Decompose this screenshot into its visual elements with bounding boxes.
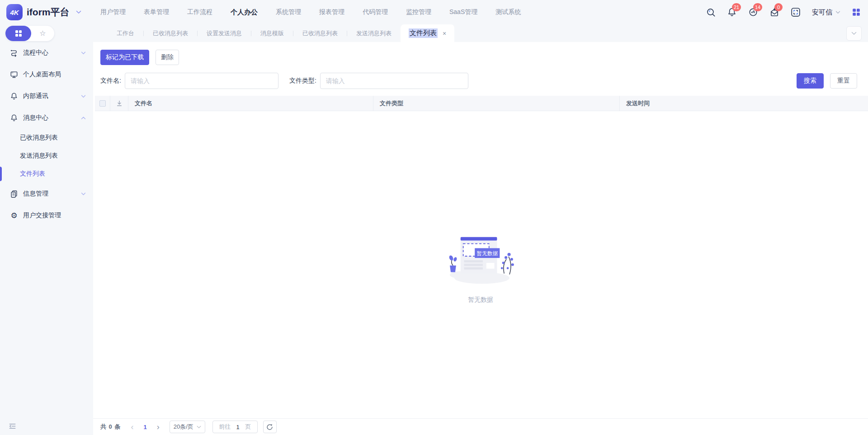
sidebar-mode-switch: ☆ (5, 26, 54, 41)
nav-item-system-mgmt[interactable]: 系统管理 (276, 8, 301, 16)
tab-list-dropdown[interactable] (846, 26, 862, 41)
pagination: 共 0 条 ‹ 1 › 20条/页 前往 页 (93, 418, 868, 435)
fullscreen-icon[interactable] (791, 7, 801, 17)
sidebar-subitem-received-messages[interactable]: 已收消息列表 (0, 129, 93, 147)
file-type-input[interactable] (320, 73, 468, 89)
nav-item-personal-office-active[interactable]: 个人办公 (231, 8, 258, 17)
select-all-checkbox[interactable] (99, 100, 106, 107)
file-type-label: 文件类型: (289, 77, 316, 85)
sidebar-item-label: 已收消息列表 (20, 134, 58, 142)
sidebar-subitem-file-list-active[interactable]: 文件列表 (0, 165, 93, 183)
tab-sent-messages[interactable]: 发送消息列表 (347, 29, 401, 37)
next-page-button[interactable]: › (152, 422, 164, 432)
brand: 4K iform平台 (0, 4, 89, 20)
tab-received-messages[interactable]: 已收消息列表 (144, 29, 197, 37)
goto-label: 前往 (219, 423, 231, 431)
refresh-icon (266, 424, 273, 430)
nav-item-form-mgmt[interactable]: 表单管理 (144, 8, 169, 16)
refresh-button[interactable] (263, 421, 277, 433)
bell-icon (10, 92, 18, 100)
chevron-down-icon (81, 95, 86, 98)
todo-badge: 14 (753, 3, 762, 11)
top-nav: 用户管理 表单管理 工作流程 个人办公 系统管理 报表管理 代码管理 监控管理 … (100, 8, 521, 17)
menu-mode-button[interactable] (5, 26, 31, 41)
current-page[interactable]: 1 (138, 424, 152, 430)
chevron-down-icon (851, 32, 857, 35)
search-button[interactable]: 搜索 (797, 73, 824, 89)
app-logo[interactable]: 4K (6, 4, 23, 20)
sidebar-item-label: 用户交接管理 (23, 211, 61, 220)
sidebar-item-label: 文件列表 (20, 170, 45, 178)
active-tab-label: 文件列表 (409, 28, 438, 38)
tab-file-list-active[interactable]: 文件列表 × (401, 24, 454, 42)
top-header: 4K iform平台 用户管理 表单管理 工作流程 个人办公 系统管理 报表管理… (0, 0, 868, 24)
total-count: 共 0 条 (100, 423, 121, 431)
close-icon[interactable]: × (443, 30, 446, 37)
todo-button[interactable]: 14 (748, 7, 758, 17)
sidebar-item-message-center[interactable]: 消息中心 (0, 107, 93, 129)
sidebar-item-label: 内部通讯 (23, 92, 48, 100)
filter-actions: 搜索 重置 (797, 73, 857, 89)
inbox-badge: 0 (774, 3, 783, 11)
sidebar-item-label: 个人桌面布局 (23, 70, 61, 79)
chevron-down-icon[interactable] (76, 10, 81, 14)
filter-bar: 文件名: 文件类型: 搜索 重置 (93, 73, 868, 89)
nav-item-workflow[interactable]: 工作流程 (187, 8, 212, 16)
chevron-down-icon (81, 51, 86, 55)
page-size-value: 20条/页 (174, 423, 193, 431)
sidebar-item-user-handover[interactable]: ⚙ 用户交接管理 (0, 205, 93, 226)
empty-badge-text: 暂无数据 (476, 250, 498, 257)
nav-item-report-mgmt[interactable]: 报表管理 (319, 8, 344, 16)
inbox-button[interactable]: 0 (769, 7, 779, 17)
nav-item-saas-mgmt[interactable]: SaaS管理 (449, 8, 477, 16)
tab-send-settings[interactable]: 设置发送消息 (198, 29, 251, 37)
username-text: 安可信 (812, 8, 832, 17)
file-name-input[interactable] (125, 73, 278, 89)
download-column-header (110, 96, 128, 111)
sidebar-item-desktop-layout[interactable]: 个人桌面布局 (0, 64, 93, 85)
chevron-up-icon (81, 117, 86, 120)
nav-item-code-mgmt[interactable]: 代码管理 (363, 8, 388, 16)
tab-message-template[interactable]: 消息模版 (251, 29, 293, 37)
goto-page-input[interactable] (232, 424, 243, 430)
column-header-file-type: 文件类型 (373, 96, 620, 111)
mark-downloaded-button[interactable]: 标记为已下载 (100, 50, 149, 65)
grid-icon (15, 30, 22, 37)
sidebar-item-label: 流程中心 (23, 49, 48, 57)
tab-workbench[interactable]: 工作台 (108, 29, 143, 37)
sidebar-item-internal-comms[interactable]: 内部通讯 (0, 85, 93, 107)
delete-button[interactable]: 删除 (156, 50, 179, 65)
sidebar-subitem-sent-messages[interactable]: 发送消息列表 (0, 147, 93, 165)
monitor-icon (10, 70, 18, 79)
goto-suffix: 页 (245, 423, 251, 431)
empty-state: 暂无数据 暂无数据 (93, 231, 868, 304)
gear-icon: ⚙ (10, 211, 18, 220)
favorites-mode-button[interactable]: ☆ (31, 26, 54, 41)
nav-item-user-mgmt[interactable]: 用户管理 (100, 8, 126, 16)
tab-received-messages-2[interactable]: 已收消息列表 (293, 29, 347, 37)
open-tabs: 工作台 已收消息列表 设置发送消息 消息模版 已收消息列表 发送消息列表 文件列… (108, 24, 454, 42)
logo-monogram: 4K (10, 9, 19, 16)
sidebar-item-info-mgmt[interactable]: 信息管理 (0, 183, 93, 205)
search-icon[interactable] (706, 8, 716, 17)
reset-button[interactable]: 重置 (830, 73, 857, 89)
bell-icon (10, 114, 18, 122)
user-menu[interactable]: 安可信 (812, 8, 840, 17)
nav-item-test-system[interactable]: 测试系统 (495, 8, 521, 16)
table-header: 文件名 文件类型 发送时间 (95, 96, 868, 111)
workflow-icon (10, 49, 18, 57)
notifications-button[interactable]: 21 (727, 7, 737, 17)
top-icons: 21 14 0 安可信 (706, 7, 868, 17)
sidebar: 流程中心 个人桌面布局 内部通讯 消息中心 已收消息列表 发送消息列表 (0, 42, 93, 435)
prev-page-button[interactable]: ‹ (126, 422, 138, 432)
collapse-sidebar-button[interactable] (8, 422, 17, 430)
page-size-select[interactable]: 20条/页 (170, 421, 205, 433)
sidebar-item-label: 信息管理 (23, 190, 48, 198)
documents-icon (10, 190, 18, 198)
sidebar-item-process-center[interactable]: 流程中心 (0, 42, 93, 64)
nav-item-monitor-mgmt[interactable]: 监控管理 (406, 8, 431, 16)
main-content: 标记为已下载 删除 文件名: 文件类型: 搜索 重置 文件名 文件类型 发送时间… (93, 42, 868, 435)
apps-grid-icon[interactable] (852, 8, 861, 17)
active-indicator (0, 167, 2, 181)
download-icon (116, 100, 123, 107)
